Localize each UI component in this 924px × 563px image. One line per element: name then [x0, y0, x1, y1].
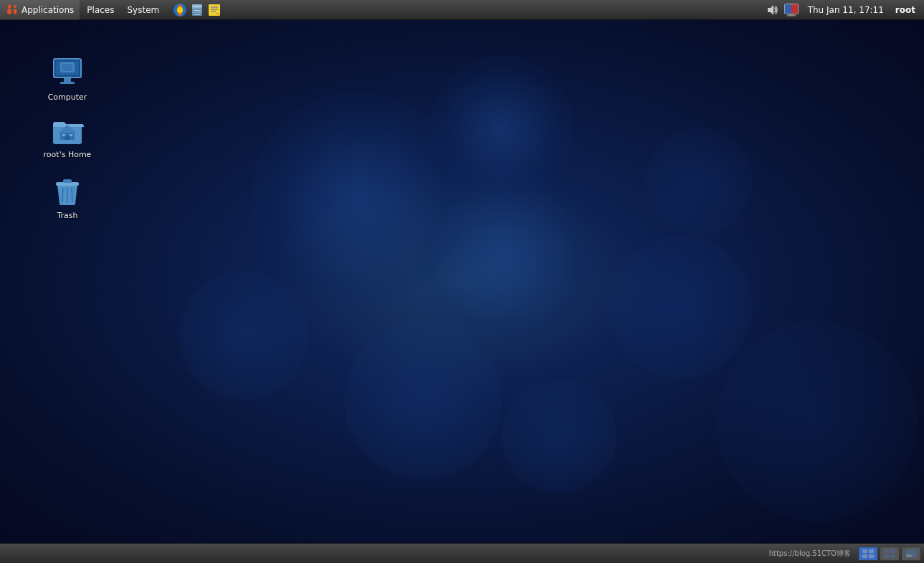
- desktop: Computer root's Home: [0, 20, 924, 543]
- computer-label: Computer: [48, 93, 87, 103]
- workspace-3[interactable]: [901, 547, 921, 561]
- svg-line-38: [62, 188, 63, 202]
- svg-point-5: [177, 7, 183, 13]
- datetime-display: Thu Jan 11, 17:11: [802, 5, 890, 15]
- svg-point-3: [14, 9, 17, 14]
- svg-rect-35: [70, 134, 72, 136]
- svg-rect-22: [787, 15, 796, 16]
- places-label: Places: [87, 5, 114, 15]
- computer-icon-img: [50, 55, 85, 90]
- svg-rect-33: [65, 136, 70, 140]
- applications-icon: [6, 4, 19, 16]
- applications-menu[interactable]: Applications: [0, 0, 80, 20]
- svg-point-2: [7, 9, 11, 14]
- trash-icon-img: [50, 174, 85, 208]
- trash-label: Trash: [57, 211, 77, 221]
- svg-rect-44: [869, 554, 874, 558]
- applications-label: Applications: [22, 5, 74, 15]
- notes-quicklaunch[interactable]: [206, 2, 222, 18]
- bottom-url: https://blog.51CTO博客: [769, 549, 857, 559]
- svg-rect-45: [884, 549, 889, 553]
- display-icon[interactable]: [784, 2, 799, 18]
- svg-rect-37: [63, 179, 72, 183]
- svg-rect-34: [62, 134, 65, 136]
- firefox-quicklaunch[interactable]: [172, 2, 188, 18]
- svg-rect-43: [862, 554, 867, 558]
- workspace-2[interactable]: [880, 547, 900, 561]
- panel-left: Applications Places System: [0, 0, 765, 20]
- svg-point-0: [8, 4, 11, 8]
- svg-rect-46: [890, 549, 895, 553]
- top-panel: Applications Places System: [0, 0, 924, 20]
- volume-icon[interactable]: [765, 2, 781, 18]
- computer-icon[interactable]: Computer: [39, 52, 96, 105]
- svg-rect-47: [884, 554, 889, 558]
- home-icon[interactable]: root's Home: [39, 110, 96, 163]
- svg-rect-21: [789, 14, 794, 15]
- svg-rect-20: [791, 4, 798, 14]
- svg-rect-29: [60, 82, 75, 84]
- system-menu[interactable]: System: [121, 0, 165, 20]
- svg-rect-19: [785, 4, 791, 14]
- svg-rect-42: [869, 549, 874, 553]
- svg-rect-50: [906, 554, 912, 557]
- svg-rect-27: [62, 64, 73, 71]
- home-icon-img: [50, 113, 85, 147]
- home-label: root's Home: [44, 150, 92, 160]
- svg-rect-48: [890, 554, 895, 558]
- system-label: System: [127, 5, 159, 15]
- workspace-switcher: [858, 547, 921, 561]
- bottom-panel: https://blog.51CTO博客: [0, 543, 924, 563]
- svg-line-40: [72, 188, 72, 202]
- workspace-1[interactable]: [858, 547, 878, 561]
- svg-marker-17: [768, 5, 773, 15]
- svg-rect-41: [862, 549, 867, 553]
- places-menu[interactable]: Places: [81, 0, 120, 20]
- panel-right: Thu Jan 11, 17:11 root: [765, 2, 924, 18]
- bottom-panel-right: https://blog.51CTO博客: [769, 547, 924, 561]
- trash-icon[interactable]: Trash: [39, 171, 96, 224]
- svg-point-1: [14, 5, 16, 8]
- username-display: root: [892, 5, 918, 15]
- svg-rect-12: [194, 14, 201, 15]
- svg-rect-10: [194, 10, 201, 11]
- svg-rect-8: [194, 6, 201, 7]
- files-quicklaunch[interactable]: [189, 2, 205, 18]
